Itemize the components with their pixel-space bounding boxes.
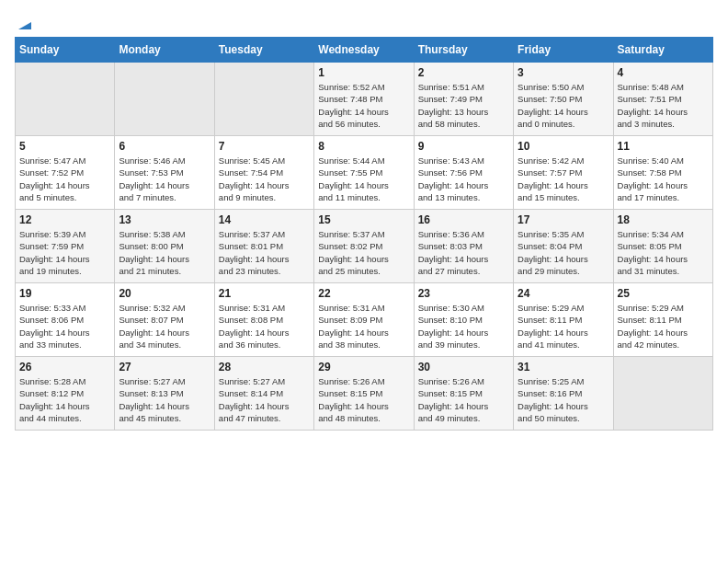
calendar-cell: 4Sunrise: 5:48 AM Sunset: 7:51 PM Daylig… [613, 63, 712, 136]
calendar-cell: 1Sunrise: 5:52 AM Sunset: 7:48 PM Daylig… [314, 63, 414, 136]
day-number: 23 [418, 287, 509, 300]
calendar-body: 1Sunrise: 5:52 AM Sunset: 7:48 PM Daylig… [16, 63, 713, 431]
day-number: 24 [518, 287, 609, 300]
calendar-cell: 19Sunrise: 5:33 AM Sunset: 8:06 PM Dayli… [16, 283, 115, 357]
day-number: 15 [318, 213, 409, 226]
calendar-cell [115, 63, 214, 136]
day-info: Sunrise: 5:31 AM Sunset: 8:09 PM Dayligh… [318, 302, 409, 350]
day-number: 10 [518, 140, 609, 153]
day-info: Sunrise: 5:40 AM Sunset: 7:58 PM Dayligh… [618, 155, 709, 203]
day-number: 2 [418, 66, 509, 79]
day-info: Sunrise: 5:32 AM Sunset: 8:07 PM Dayligh… [119, 302, 210, 350]
day-info: Sunrise: 5:47 AM Sunset: 7:52 PM Dayligh… [19, 155, 110, 203]
svg-marker-0 [18, 22, 31, 29]
header-day-saturday: Saturday [613, 38, 712, 63]
calendar-cell: 21Sunrise: 5:31 AM Sunset: 8:08 PM Dayli… [214, 283, 313, 357]
calendar-cell: 31Sunrise: 5:25 AM Sunset: 8:16 PM Dayli… [514, 357, 613, 431]
day-number: 29 [318, 361, 409, 373]
day-info: Sunrise: 5:34 AM Sunset: 8:05 PM Dayligh… [618, 228, 709, 277]
header-row: SundayMondayTuesdayWednesdayThursdayFrid… [16, 38, 713, 63]
calendar-cell: 12Sunrise: 5:39 AM Sunset: 7:59 PM Dayli… [16, 210, 115, 283]
day-info: Sunrise: 5:48 AM Sunset: 7:51 PM Dayligh… [618, 81, 709, 130]
day-info: Sunrise: 5:31 AM Sunset: 8:08 PM Dayligh… [219, 302, 310, 350]
day-number: 5 [19, 140, 110, 153]
day-number: 31 [518, 361, 609, 373]
day-info: Sunrise: 5:42 AM Sunset: 7:57 PM Dayligh… [518, 155, 609, 203]
day-info: Sunrise: 5:30 AM Sunset: 8:10 PM Dayligh… [418, 302, 509, 350]
day-number: 14 [219, 213, 310, 226]
day-number: 8 [318, 140, 409, 153]
day-number: 25 [618, 287, 709, 300]
day-number: 21 [219, 287, 310, 300]
calendar-cell: 14Sunrise: 5:37 AM Sunset: 8:01 PM Dayli… [214, 210, 313, 283]
day-number: 30 [418, 361, 509, 373]
calendar-cell: 20Sunrise: 5:32 AM Sunset: 8:07 PM Dayli… [115, 283, 214, 357]
day-number: 22 [318, 287, 409, 300]
calendar-cell: 17Sunrise: 5:35 AM Sunset: 8:04 PM Dayli… [514, 210, 613, 283]
day-number: 7 [219, 140, 310, 153]
calendar-cell [613, 357, 712, 431]
calendar-header: SundayMondayTuesdayWednesdayThursdayFrid… [16, 38, 713, 63]
header-day-wednesday: Wednesday [314, 38, 414, 63]
day-info: Sunrise: 5:27 AM Sunset: 8:14 PM Dayligh… [219, 375, 310, 424]
calendar-cell: 6Sunrise: 5:46 AM Sunset: 7:53 PM Daylig… [115, 136, 214, 210]
page-header [15, 15, 713, 28]
calendar-cell: 18Sunrise: 5:34 AM Sunset: 8:05 PM Dayli… [613, 210, 712, 283]
calendar-cell: 8Sunrise: 5:44 AM Sunset: 7:55 PM Daylig… [314, 136, 414, 210]
calendar-cell: 30Sunrise: 5:26 AM Sunset: 8:15 PM Dayli… [414, 357, 513, 431]
day-info: Sunrise: 5:50 AM Sunset: 7:50 PM Dayligh… [518, 81, 609, 130]
day-number: 17 [518, 213, 609, 226]
calendar-cell: 10Sunrise: 5:42 AM Sunset: 7:57 PM Dayli… [514, 136, 613, 210]
calendar-cell: 2Sunrise: 5:51 AM Sunset: 7:49 PM Daylig… [414, 63, 513, 136]
logo [15, 15, 33, 28]
calendar-cell: 27Sunrise: 5:27 AM Sunset: 8:13 PM Dayli… [115, 357, 214, 431]
week-row-1: 1Sunrise: 5:52 AM Sunset: 7:48 PM Daylig… [16, 63, 713, 136]
week-row-5: 26Sunrise: 5:28 AM Sunset: 8:12 PM Dayli… [16, 357, 713, 431]
calendar-cell: 15Sunrise: 5:37 AM Sunset: 8:02 PM Dayli… [314, 210, 414, 283]
day-number: 4 [618, 66, 709, 79]
day-number: 9 [418, 140, 509, 153]
day-info: Sunrise: 5:29 AM Sunset: 8:11 PM Dayligh… [618, 302, 709, 350]
day-info: Sunrise: 5:26 AM Sunset: 8:15 PM Dayligh… [318, 375, 409, 424]
day-info: Sunrise: 5:25 AM Sunset: 8:16 PM Dayligh… [518, 375, 609, 424]
calendar-cell: 23Sunrise: 5:30 AM Sunset: 8:10 PM Dayli… [414, 283, 513, 357]
week-row-4: 19Sunrise: 5:33 AM Sunset: 8:06 PM Dayli… [16, 283, 713, 357]
calendar-cell: 28Sunrise: 5:27 AM Sunset: 8:14 PM Dayli… [214, 357, 313, 431]
calendar-cell: 22Sunrise: 5:31 AM Sunset: 8:09 PM Dayli… [314, 283, 414, 357]
day-number: 20 [119, 287, 210, 300]
week-row-3: 12Sunrise: 5:39 AM Sunset: 7:59 PM Dayli… [16, 210, 713, 283]
day-info: Sunrise: 5:37 AM Sunset: 8:02 PM Dayligh… [318, 228, 409, 277]
day-info: Sunrise: 5:39 AM Sunset: 7:59 PM Dayligh… [19, 228, 110, 277]
day-info: Sunrise: 5:46 AM Sunset: 7:53 PM Dayligh… [119, 155, 210, 203]
calendar-cell: 16Sunrise: 5:36 AM Sunset: 8:03 PM Dayli… [414, 210, 513, 283]
header-day-tuesday: Tuesday [214, 38, 313, 63]
day-info: Sunrise: 5:26 AM Sunset: 8:15 PM Dayligh… [418, 375, 509, 424]
day-info: Sunrise: 5:33 AM Sunset: 8:06 PM Dayligh… [19, 302, 110, 350]
day-number: 13 [119, 213, 210, 226]
calendar-cell [16, 63, 115, 136]
day-number: 11 [618, 140, 709, 153]
calendar-cell: 5Sunrise: 5:47 AM Sunset: 7:52 PM Daylig… [16, 136, 115, 210]
calendar-cell: 3Sunrise: 5:50 AM Sunset: 7:50 PM Daylig… [514, 63, 613, 136]
header-day-friday: Friday [514, 38, 613, 63]
day-number: 1 [318, 66, 409, 79]
day-number: 12 [19, 213, 110, 226]
logo-triangle-icon [17, 15, 33, 31]
day-info: Sunrise: 5:29 AM Sunset: 8:11 PM Dayligh… [518, 302, 609, 350]
calendar-table: SundayMondayTuesdayWednesdayThursdayFrid… [15, 37, 713, 431]
calendar-cell: 29Sunrise: 5:26 AM Sunset: 8:15 PM Dayli… [314, 357, 414, 431]
day-number: 3 [518, 66, 609, 79]
day-number: 26 [19, 361, 110, 373]
day-number: 18 [618, 213, 709, 226]
day-info: Sunrise: 5:28 AM Sunset: 8:12 PM Dayligh… [19, 375, 110, 424]
day-number: 16 [418, 213, 509, 226]
calendar-cell: 11Sunrise: 5:40 AM Sunset: 7:58 PM Dayli… [613, 136, 712, 210]
calendar-cell: 24Sunrise: 5:29 AM Sunset: 8:11 PM Dayli… [514, 283, 613, 357]
day-info: Sunrise: 5:52 AM Sunset: 7:48 PM Dayligh… [318, 81, 409, 130]
day-info: Sunrise: 5:43 AM Sunset: 7:56 PM Dayligh… [418, 155, 509, 203]
day-number: 6 [119, 140, 210, 153]
header-day-thursday: Thursday [414, 38, 513, 63]
calendar-cell [214, 63, 313, 136]
calendar-cell: 25Sunrise: 5:29 AM Sunset: 8:11 PM Dayli… [613, 283, 712, 357]
day-info: Sunrise: 5:27 AM Sunset: 8:13 PM Dayligh… [119, 375, 210, 424]
